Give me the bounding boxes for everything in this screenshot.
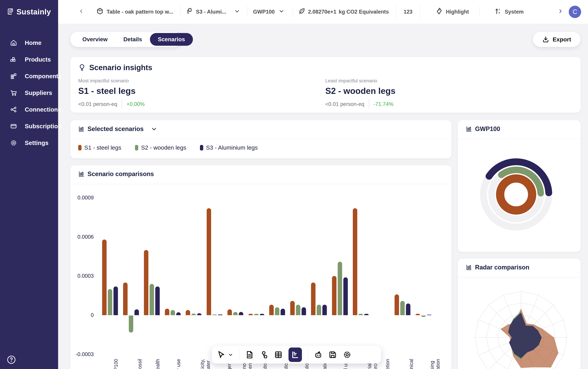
assistant-robot-button[interactable] (314, 350, 323, 359)
bar-s2[interactable] (275, 307, 279, 315)
bar-s3[interactable] (113, 287, 118, 315)
bar-s3[interactable] (197, 313, 202, 315)
scenario-selector-value[interactable]: S3 - Alumi... (196, 9, 226, 15)
toolbar-divider (239, 349, 239, 360)
bar-s1[interactable] (290, 301, 295, 315)
bar-s2[interactable] (400, 301, 405, 315)
legend-item[interactable]: S2 - wooden legs (135, 144, 186, 151)
sidebar-item-connections[interactable]: Connections (0, 101, 58, 118)
bar-s3[interactable] (260, 314, 264, 315)
bar-s2[interactable] (150, 284, 154, 315)
scenario-comparisons-bar-chart[interactable]: 0.00090.00060.00030-0.0003GWP100ADP, Fos… (70, 165, 451, 369)
tab-overview[interactable]: Overview (74, 36, 116, 43)
bar-s3[interactable] (427, 315, 431, 315)
expand-chevron-right-icon[interactable] (558, 9, 563, 15)
document-view-button[interactable] (245, 350, 254, 359)
bar-s1[interactable] (416, 314, 420, 315)
subscription-icon (10, 123, 17, 130)
bar-s2[interactable] (421, 316, 426, 317)
bar-s3[interactable] (343, 277, 348, 315)
brand-name: Sustainly (17, 8, 51, 16)
bar-s3[interactable] (406, 304, 410, 315)
table-view-button[interactable] (274, 350, 283, 359)
bar-s2[interactable] (129, 316, 133, 333)
bar-s3[interactable] (176, 312, 181, 315)
metric-chevron-down-icon[interactable] (279, 9, 284, 15)
flow-view-button[interactable] (260, 350, 268, 359)
legend-item[interactable]: S1 - steel legs (78, 144, 121, 151)
bar-s1[interactable] (165, 309, 169, 315)
highlight-button[interactable]: Highlight (446, 9, 469, 15)
radar-comparison-title: Radar comparison (475, 264, 529, 271)
connections-icon (10, 106, 17, 113)
back-button[interactable] (79, 9, 84, 15)
bar-s1[interactable] (311, 283, 315, 315)
bar-chart-icon (291, 350, 300, 359)
bar-s1[interactable] (186, 310, 190, 315)
bar-s2[interactable] (338, 262, 342, 315)
scenario-icon (186, 8, 193, 16)
bar-s2[interactable] (254, 314, 259, 315)
sidebar-item-home[interactable]: Home (0, 34, 58, 51)
product-title[interactable]: Table - oak pattern top w... (107, 9, 173, 15)
export-button[interactable]: Export (533, 32, 580, 47)
scenario-legend: S1 - steel legsS2 - wooden legsS3 - Alum… (78, 144, 258, 151)
sidebar-item-suppliers[interactable]: Suppliers (0, 84, 58, 101)
radar-comparison-card: Radar comparison (458, 259, 581, 369)
bar-s1[interactable] (102, 239, 107, 315)
bar-s2[interactable] (212, 315, 217, 315)
bar-s3[interactable] (302, 307, 306, 315)
bar-s3[interactable] (322, 305, 327, 315)
app-page: Sustainly HomeProductsComponentsSupplier… (0, 0, 588, 369)
user-avatar[interactable]: C (569, 6, 581, 18)
bar-s1[interactable] (353, 208, 357, 315)
bar-s2[interactable] (191, 314, 196, 315)
home-icon (10, 39, 17, 46)
bar-s3[interactable] (364, 314, 369, 315)
help-button[interactable] (7, 355, 16, 364)
save-button[interactable] (328, 350, 337, 359)
collapse-chevron-icon[interactable] (151, 126, 157, 132)
export-label: Export (553, 36, 571, 43)
brand-logo[interactable]: Sustainly (0, 0, 58, 16)
metric-selector-value[interactable]: GWP100 (253, 9, 275, 15)
bar-s1[interactable] (227, 309, 232, 315)
radar-comparison-chart[interactable] (458, 278, 581, 369)
bar-s2[interactable] (108, 289, 112, 315)
bar-s2[interactable] (317, 305, 321, 315)
components-icon (10, 72, 17, 80)
bar-s2[interactable] (233, 312, 238, 315)
sidebar-item-products[interactable]: Products (0, 51, 58, 68)
bar-s1[interactable] (123, 283, 128, 315)
bar-s2[interactable] (358, 314, 363, 315)
sidebar-item-settings[interactable]: Settings (0, 134, 58, 151)
y-axis-tick-label: 0.0009 (71, 195, 94, 201)
gwp100-donut-gauge[interactable] (458, 139, 581, 252)
bar-s3[interactable] (134, 309, 139, 315)
legend-item[interactable]: S3 - Aluminium legs (200, 144, 258, 151)
count-badge[interactable]: 123 (404, 9, 413, 15)
bar-s3[interactable] (281, 309, 285, 315)
bar-s2[interactable] (296, 305, 300, 315)
value-divider (369, 100, 369, 109)
bar-s1[interactable] (144, 250, 148, 315)
bar-s3[interactable] (239, 312, 243, 315)
sort-selector-value[interactable]: System (505, 9, 524, 15)
svg-text:1: 1 (499, 8, 500, 11)
bar-s3[interactable] (218, 315, 223, 315)
bar-s1[interactable] (395, 294, 399, 315)
bar-s1[interactable] (269, 305, 274, 315)
bar-s1[interactable] (332, 276, 336, 315)
bar-s3[interactable] (155, 287, 160, 315)
chart-view-button-active[interactable] (288, 348, 302, 362)
bar-s1[interactable] (207, 208, 211, 315)
scenario-chevron-down-icon[interactable] (234, 9, 240, 15)
sidebar-item-subscription[interactable]: Subscription (0, 118, 58, 134)
sidebar-item-components[interactable]: Components (0, 68, 58, 84)
bar-s1[interactable] (248, 314, 253, 315)
tab-details[interactable]: Details (116, 36, 150, 43)
select-tool-button[interactable] (217, 350, 233, 359)
settings-gear-button[interactable] (343, 350, 351, 359)
bar-s2[interactable] (171, 310, 175, 315)
tab-scenarios[interactable]: Scenarios (150, 33, 193, 46)
